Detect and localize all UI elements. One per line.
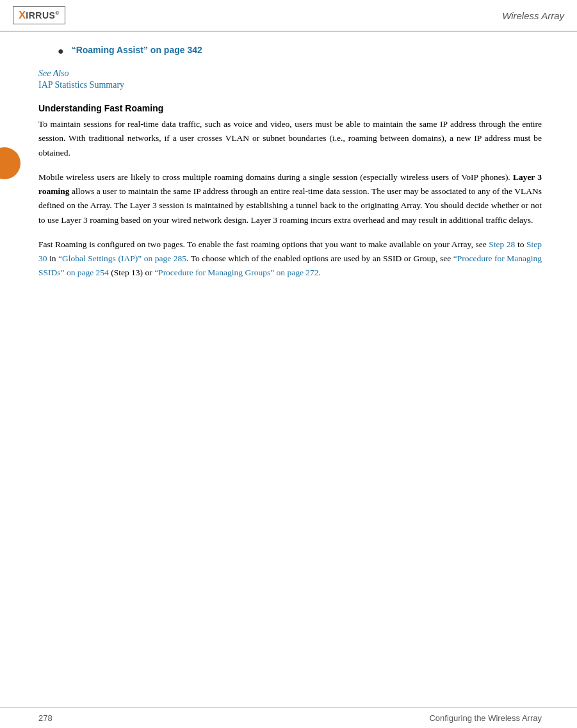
roaming-assist-link[interactable]: “Roaming Assist” on page 342 bbox=[72, 45, 202, 55]
page-number: 278 bbox=[38, 713, 53, 723]
page-header: X IRRUS® Wireless Array bbox=[0, 0, 577, 32]
step28-link[interactable]: Step 28 bbox=[489, 239, 515, 249]
para3-text-5: (Step 13) or bbox=[109, 268, 154, 277]
paragraph-2: Mobile wireless users are likely to cros… bbox=[38, 170, 542, 227]
para2-text-after-bold: allows a user to maintain the same IP ad… bbox=[38, 186, 542, 225]
para3-text-2: to bbox=[515, 239, 526, 249]
see-also-label: See Also bbox=[38, 69, 542, 79]
logo-x-letter: X bbox=[19, 9, 26, 22]
iap-statistics-link[interactable]: IAP Statistics Summary bbox=[38, 80, 124, 90]
see-also-section: See Also IAP Statistics Summary bbox=[38, 69, 542, 90]
para3-text-4: . To choose which of the enabled options… bbox=[186, 254, 453, 263]
main-content: ● “Roaming Assist” on page 342 See Also … bbox=[0, 32, 577, 303]
paragraph-3: Fast Roaming is configured on two pages.… bbox=[38, 238, 542, 280]
xirrus-logo: X IRRUS® bbox=[13, 6, 65, 24]
para3-text-6: . bbox=[319, 268, 321, 277]
paragraph-1: To maintain sessions for real-time data … bbox=[38, 117, 542, 160]
page-footer: 278 Configuring the Wireless Array bbox=[0, 708, 577, 728]
para3-text-1: Fast Roaming is configured on two pages.… bbox=[38, 239, 489, 249]
header-title: Wireless Array bbox=[502, 10, 564, 21]
para2-text-before-bold: Mobile wireless users are likely to cros… bbox=[38, 172, 513, 182]
global-settings-link[interactable]: “Global Settings (IAP)” on page 285 bbox=[58, 254, 186, 263]
footer-right-text: Configuring the Wireless Array bbox=[429, 713, 542, 723]
para3-text-3: in bbox=[47, 254, 59, 263]
bullet-dot: ● bbox=[58, 45, 64, 57]
bullet-list-item: ● “Roaming Assist” on page 342 bbox=[38, 45, 542, 57]
logo-irrus-text: IRRUS® bbox=[26, 10, 59, 20]
section-heading: Understanding Fast Roaming bbox=[38, 103, 542, 113]
logo-container: X IRRUS® bbox=[13, 6, 65, 24]
managing-groups-link[interactable]: “Procedure for Managing Groups” on page … bbox=[154, 268, 318, 277]
